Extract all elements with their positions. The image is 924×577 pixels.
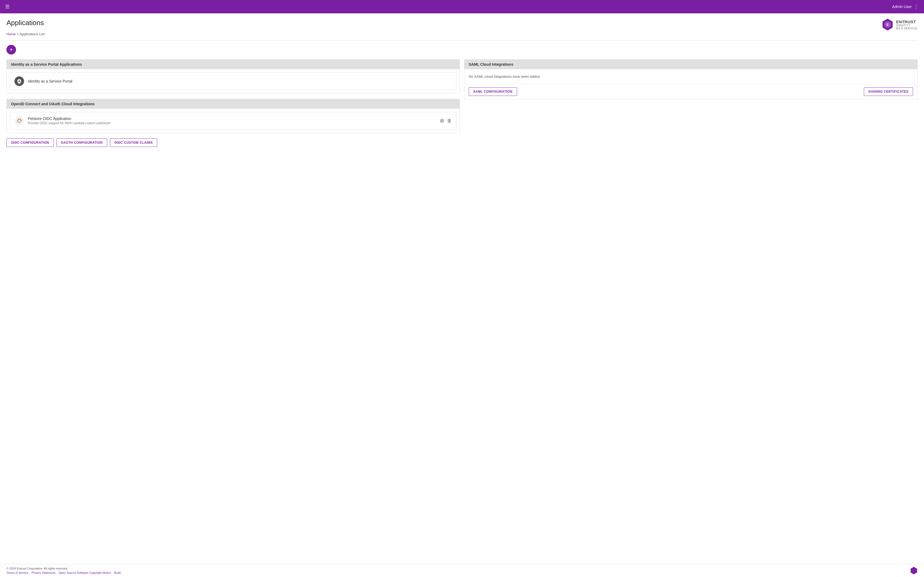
breadcrumb: Home > Applications List <box>6 32 918 36</box>
entrust-logo-area: E ENTRUST IDENTITY AS A SERVICE <box>882 19 918 31</box>
oidc-configuration-button[interactable]: OIDC CONFIGURATION <box>6 139 54 147</box>
right-column: SAML Cloud Integrations No SAML cloud in… <box>464 59 918 147</box>
identity-portal-app-item[interactable]: Identity as a Service Portal <box>10 73 456 90</box>
oidc-app-description: Provide OIDC support for AWS Lambda cust… <box>28 121 111 125</box>
signing-certificates-button[interactable]: SIGNING CERTIFICATES <box>864 87 913 96</box>
breadcrumb-home[interactable]: Home <box>6 32 16 36</box>
two-column-layout: Identity as a Service Portal Application… <box>6 59 918 147</box>
saml-section-panel: SAML Cloud Integrations No SAML cloud in… <box>464 59 918 99</box>
saml-empty-message: No SAML cloud integrations have been add… <box>464 69 917 84</box>
footer-left: © 2024 Entrust Corporation. All rights r… <box>6 567 121 574</box>
identity-portal-icon <box>15 76 24 86</box>
footer-right <box>910 567 918 574</box>
identity-section-panel: Identity as a Service Portal Application… <box>6 59 460 93</box>
oidc-section-header: OpenID Connect and OAuth Cloud Integrati… <box>7 99 460 109</box>
oidc-logo-svg <box>15 116 24 126</box>
add-application-button[interactable]: + <box>6 45 16 55</box>
oidc-app-item: Petstore OIDC Application Provide OIDC s… <box>10 112 456 130</box>
entrust-tagline: IDENTITY AS A SERVICE <box>896 24 918 30</box>
breadcrumb-separator: > <box>16 32 19 36</box>
identity-portal-app-name: Identity as a Service Portal <box>28 79 73 83</box>
footer-entrust-logo <box>910 567 918 574</box>
footer-links: Terms of Service Privacy Statement Open … <box>6 571 121 574</box>
saml-configuration-button[interactable]: SAML CONFIGURATION <box>469 87 517 96</box>
admin-user-label: Admin User <box>892 5 912 9</box>
saml-buttons-row: SAML CONFIGURATION SIGNING CERTIFICATES <box>464 84 917 99</box>
shield-icon <box>16 79 22 84</box>
terms-of-service-link[interactable]: Terms of Service <box>6 571 28 574</box>
header-more-options-icon[interactable]: ⋮ <box>914 4 919 10</box>
oidc-app-logo <box>15 116 24 126</box>
privacy-statement-link[interactable]: Privacy Statement <box>32 571 55 574</box>
entrust-logo-text: ENTRUST IDENTITY AS A SERVICE <box>896 19 918 30</box>
saml-section-header: SAML Cloud Integrations <box>464 60 917 69</box>
header-right: Admin User ⋮ <box>892 4 919 10</box>
identity-section-header: Identity as a Service Portal Application… <box>7 60 460 69</box>
app-header: ☰ Admin User ⋮ <box>0 0 924 13</box>
page-footer: © 2024 Entrust Corporation. All rights r… <box>0 564 924 577</box>
breadcrumb-current: Applications List <box>19 32 45 36</box>
oidc-app-disable-icon[interactable]: ⊗ <box>439 117 444 124</box>
oidc-section-panel: OpenID Connect and OAuth Cloud Integrati… <box>6 99 460 133</box>
left-column: Identity as a Service Portal Application… <box>6 59 460 147</box>
oidc-custom-claims-button[interactable]: OIDC CUSTOM CLAIMS <box>110 139 157 147</box>
oidc-buttons-row: OIDC CONFIGURATION OAUTH CONFIGURATION O… <box>6 139 460 147</box>
footer-copyright: © 2024 Entrust Corporation. All rights r… <box>6 567 121 570</box>
oidc-app-name: Petstore OIDC Application <box>28 116 111 121</box>
page-title-area: Applications E ENTRUST IDENTITY AS A SER… <box>6 19 918 31</box>
svg-point-2 <box>15 116 24 125</box>
oidc-app-delete-icon[interactable]: 🗑 <box>447 118 452 124</box>
oidc-app-actions: ⊗ 🗑 <box>439 117 452 124</box>
page-title: Applications <box>6 19 44 27</box>
oidc-app-text: Petstore OIDC Application Provide OIDC s… <box>28 116 111 125</box>
svg-text:E: E <box>887 23 888 26</box>
entrust-hexagon-logo: E <box>882 19 893 31</box>
hamburger-menu-icon[interactable]: ☰ <box>5 4 10 10</box>
entrust-name: ENTRUST <box>896 19 918 24</box>
header-left: ☰ <box>5 4 10 10</box>
open-source-link[interactable]: Open Source Software Copyright Notice <box>58 571 111 574</box>
main-content: Applications E ENTRUST IDENTITY AS A SER… <box>0 13 924 564</box>
entrust-hex-svg: E <box>884 21 892 28</box>
oauth-configuration-button[interactable]: OAUTH CONFIGURATION <box>57 139 107 147</box>
oidc-app-left: Petstore OIDC Application Provide OIDC s… <box>15 116 111 126</box>
build-link[interactable]: Build <box>114 571 121 574</box>
